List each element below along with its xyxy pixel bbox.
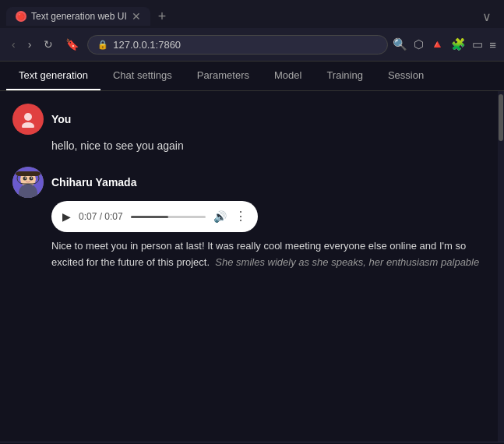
svg-point-1	[22, 122, 34, 128]
tab-bar: 🔴 Text generation web UI ✕ + ∨	[0, 0, 504, 28]
toolbar-icons: 🔍 ⬡ 🔺 🧩 ▭ ≡	[393, 37, 496, 51]
bookmark-button[interactable]: 🔖	[62, 37, 83, 52]
tab-training[interactable]: Training	[314, 62, 375, 90]
brave-icon[interactable]: 🔺	[430, 37, 445, 51]
browser-toolbar: ‹ › ↻ 🔖 🔒 127.0.0.1:7860 🔍 ⬡ 🔺 🧩 ▭ ≡	[0, 28, 504, 61]
forward-button[interactable]: ›	[24, 37, 36, 52]
chiharu-avatar-img	[12, 167, 44, 198]
chiharu-message-body: ▶ 0:07 / 0:07 🔊 ⋮ Nice to meet you in pe…	[51, 201, 485, 271]
svg-point-0	[24, 113, 32, 121]
extension-icon[interactable]: 🧩	[451, 37, 466, 51]
play-button[interactable]: ▶	[62, 210, 71, 223]
sidebar-icon[interactable]: ▭	[472, 37, 483, 51]
user-message: You hello, nice to see you again	[12, 104, 485, 154]
address-bar[interactable]: 🔒 127.0.0.1:7860	[87, 35, 388, 55]
back-button[interactable]: ‹	[8, 37, 19, 52]
scrollbar-thumb[interactable]	[499, 94, 503, 141]
svg-rect-10	[16, 171, 41, 176]
tab-session[interactable]: Session	[375, 62, 436, 90]
audio-progress-filled	[131, 216, 168, 218]
search-icon[interactable]: 🔍	[393, 37, 407, 51]
audio-progress-bar[interactable]	[131, 216, 206, 218]
chiharu-text-italic: She smiles widely as she speaks, her ent…	[213, 256, 480, 268]
tab-chat-settings[interactable]: Chat settings	[100, 62, 185, 90]
active-tab[interactable]: 🔴 Text generation web UI ✕	[6, 7, 150, 26]
svg-point-7	[25, 178, 26, 179]
browser-chrome: 🔴 Text generation web UI ✕ + ∨ ‹ › ↻ 🔖 🔒…	[0, 0, 504, 62]
main-content: You hello, nice to see you again	[0, 91, 504, 442]
tab-text-generation[interactable]: Text generation	[6, 62, 100, 90]
tab-favicon: 🔴	[16, 11, 26, 22]
svg-point-8	[31, 178, 33, 179]
share-icon[interactable]: ⬡	[414, 37, 424, 51]
user-message-text: hello, nice to see you again	[51, 139, 184, 152]
audio-player: ▶ 0:07 / 0:07 🔊 ⋮	[51, 201, 258, 232]
chiharu-avatar-svg	[12, 167, 44, 198]
tab-close-button[interactable]: ✕	[132, 10, 141, 23]
user-name: You	[51, 113, 71, 125]
tab-parameters[interactable]: Parameters	[185, 62, 262, 90]
audio-volume-icon[interactable]: 🔊	[213, 209, 227, 225]
reload-button[interactable]: ↻	[40, 37, 57, 52]
user-message-body: hello, nice to see you again	[51, 138, 485, 154]
app-tabs: Text generation Chat settings Parameters…	[0, 62, 504, 91]
chiharu-message-text: Nice to meet you in person at last! It w…	[51, 238, 485, 271]
new-tab-button[interactable]: +	[153, 9, 171, 25]
audio-time: 0:07 / 0:07	[79, 210, 123, 224]
chiharu-avatar	[12, 167, 44, 198]
user-avatar-icon	[19, 111, 37, 128]
lock-icon: 🔒	[97, 40, 108, 50]
chat-scrollbar[interactable]	[498, 91, 504, 442]
user-avatar	[12, 104, 44, 135]
tab-title: Text generation web UI	[31, 11, 127, 22]
user-message-header: You	[12, 104, 485, 135]
audio-more-icon[interactable]: ⋮	[234, 207, 247, 226]
menu-icon[interactable]: ≡	[489, 38, 496, 51]
browser-expand: ∨	[476, 9, 498, 24]
chiharu-message-header: Chiharu Yamada	[12, 167, 485, 198]
chiharu-message: Chiharu Yamada ▶ 0:07 / 0:07 🔊 ⋮ Nice to…	[12, 167, 485, 271]
chat-area[interactable]: You hello, nice to see you again	[0, 91, 498, 442]
chiharu-name: Chiharu Yamada	[51, 176, 136, 189]
tab-model[interactable]: Model	[262, 62, 314, 90]
address-text: 127.0.0.1:7860	[113, 39, 181, 51]
